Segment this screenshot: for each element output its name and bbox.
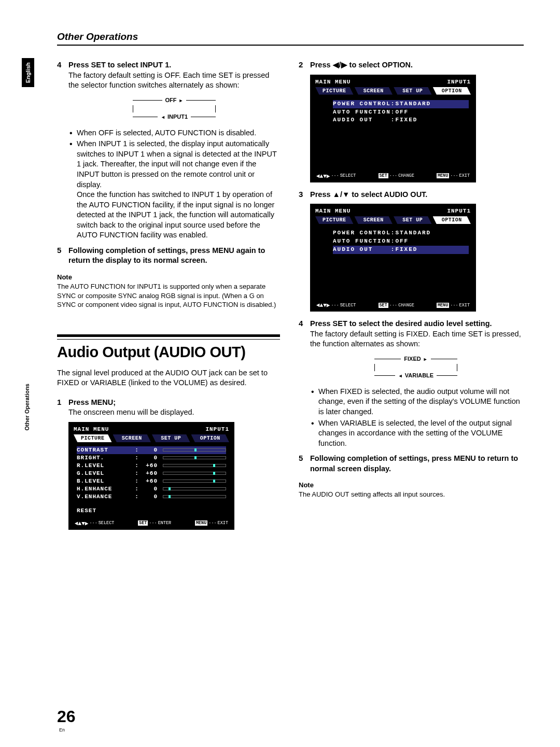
side-section-label: Other Operations [24, 384, 30, 430]
step-heading: Press ◀/▶ to select OPTION. [310, 61, 413, 69]
osd-body: POWER CONTROL:STANDARD AUTO FUNCTION:OFF… [315, 97, 471, 170]
osd-row-reset: RESET [77, 507, 226, 515]
note-heading: Note [299, 481, 522, 489]
osd-tab-option: OPTION [433, 216, 471, 224]
manual-page: English Other Operations Other Operation… [0, 0, 560, 747]
osd-row-power: POWER CONTROL:STANDARD [333, 100, 469, 108]
step-5r: 5 Following completion of settings, pres… [299, 454, 522, 474]
osd-foot-exit: MENU···EXIT [437, 302, 470, 308]
toggle-diagram-fixed-variable: FIXED VARIABLE [374, 355, 457, 380]
osd-tabs: PICTURE SCREEN SET UP OPTION [74, 434, 229, 442]
step-number: 1 [57, 398, 68, 418]
osd-row: H.ENHANCE:0 [77, 485, 226, 493]
step-number: 4 [299, 319, 310, 452]
osd-row-audioout: AUDIO OUT :FIXED [333, 116, 469, 124]
step-4: 4 Press SET to select INPUT 1. The facto… [57, 60, 280, 244]
osd-tabs: PICTURE SCREEN SET UP OPTION [315, 216, 471, 224]
osd-row: CONTRAST:0 [77, 446, 226, 454]
section-title: Other Operations [57, 31, 524, 45]
audio-out-title: Audio Output (AUDIO OUT) [57, 344, 280, 361]
osd-tab-screen: SCREEN [355, 216, 393, 224]
osd-title: MAIN MENU [315, 79, 351, 85]
toggle-label-top: OFF [162, 96, 187, 104]
osd-input-label: INPUT1 [447, 79, 471, 85]
step-number: 3 [299, 190, 310, 200]
step-heading: Press SET to select the desired audio le… [310, 319, 492, 328]
step-text: The onscreen menu will be displayed. [68, 408, 194, 416]
bullet-item: When OFF is selected, AUTO FUNCTION is d… [69, 128, 280, 138]
osd-tab-setup: SET UP [394, 87, 432, 95]
header-rule: Other Operations [57, 31, 524, 46]
osd-foot-exit: MENU···EXIT [437, 173, 470, 179]
osd-body: POWER CONTROL:STANDARD AUTO FUNCTION:OFF… [315, 226, 471, 299]
step-heading: Press ▲/▼ to select AUDIO OUT. [310, 190, 427, 199]
osd-body: CONTRAST:0BRIGHT.:0R.LEVEL:+60G.LEVEL:+6… [74, 444, 229, 517]
step-number: 2 [299, 60, 310, 71]
osd-tab-screen: SCREEN [355, 87, 393, 95]
step-2: 2 Press ◀/▶ to select OPTION. [299, 60, 522, 71]
osd-title: MAIN MENU [315, 208, 351, 214]
osd-tab-picture: PICTURE [74, 434, 112, 442]
step-heading: Press SET to select INPUT 1. [68, 61, 171, 69]
osd-foot-select: ◄▲▼▶···SELECT [316, 302, 356, 308]
step-text: The factory default setting is FIXED. Ea… [310, 330, 521, 348]
osd-tab-setup: SET UP [152, 434, 190, 442]
osd-tabs: PICTURE SCREEN SET UP OPTION [315, 87, 471, 95]
step-number: 4 [57, 60, 68, 244]
bullet-item: When FIXED is selected, the audio output… [311, 387, 522, 417]
page-number: 26 [57, 707, 76, 726]
osd-foot-change: SET···CHANGE [379, 302, 414, 308]
step-number: 5 [299, 454, 310, 474]
step-4r: 4 Press SET to select the desired audio … [299, 319, 522, 452]
note-heading: Note [57, 273, 280, 281]
osd-footer: ◄▲▼▶···SELECT SET···CHANGE MENU···EXIT [315, 302, 471, 308]
osd-tab-picture: PICTURE [315, 216, 354, 224]
osd-row-autofn: AUTO FUNCTION:OFF [333, 237, 469, 246]
osd-row: R.LEVEL:+60 [77, 462, 226, 470]
osd-foot-select: ◄▲▼▶···SELECT [75, 520, 114, 527]
step-5: 5 Following completion of settings, pres… [57, 246, 280, 266]
osd-footer: ◄▲▼▶···SELECT SET···ENTER MENU···EXIT [74, 520, 229, 527]
osd-tab-picture: PICTURE [315, 87, 354, 95]
osd-row: B.LEVEL:+60 [77, 477, 226, 485]
bullet-item: When VARIABLE is selected, the level of … [311, 418, 522, 449]
osd-row: G.LEVEL:+60 [77, 470, 226, 477]
toggle-label-bottom: VARIABLE [395, 372, 437, 379]
osd-row-autofn: AUTO FUNCTION:OFF [333, 108, 469, 117]
osd-foot-exit: MENU···EXIT [195, 520, 228, 527]
osd-tab-setup: SET UP [394, 216, 432, 224]
bullet-item: When INPUT 1 is selected, the display in… [69, 139, 280, 241]
osd-input-label: INPUT1 [447, 208, 471, 214]
osd-row-audioout: AUDIO OUT :FIXED [333, 246, 469, 254]
language-tab: English [22, 58, 34, 87]
audio-out-intro: The signal level produced at the AUDIO O… [57, 368, 280, 388]
step-3: 3 Press ▲/▼ to select AUDIO OUT. [299, 190, 522, 200]
osd-row-power: POWER CONTROL:STANDARD [333, 229, 469, 237]
left-column: 4 Press SET to select INPUT 1. The facto… [57, 60, 280, 537]
toggle-diagram-off-input: OFF INPUT1 [133, 96, 216, 122]
osd-row: BRIGHT.:0 [77, 454, 226, 462]
section-divider [57, 334, 280, 340]
right-column: 2 Press ◀/▶ to select OPTION. MAIN MENU … [299, 60, 522, 537]
osd-tab-option: OPTION [191, 434, 230, 442]
osd-row: V.ENHANCE:0 [77, 493, 226, 501]
note-body: The AUDIO OUT setting affects all input … [299, 490, 522, 499]
content-columns: 4 Press SET to select INPUT 1. The facto… [57, 60, 524, 537]
osd-foot-select: ◄▲▼▶···SELECT [316, 173, 356, 179]
osd-title: MAIN MENU [74, 426, 109, 432]
note-body: The AUTO FUNCTION for INPUT1 is supporte… [57, 282, 280, 309]
step-heading: Following completion of settings, press … [310, 454, 518, 473]
osd-menu-option-1: MAIN MENU INPUT1 PICTURE SCREEN SET UP O… [310, 75, 476, 182]
osd-tab-screen: SCREEN [113, 434, 151, 442]
osd-foot-change: SET···CHANGE [379, 173, 414, 179]
step-heading: Following completion of settings, press … [68, 246, 265, 265]
osd-input-label: INPUT1 [205, 426, 229, 432]
toggle-label-top: FIXED [401, 355, 430, 363]
osd-tab-option: OPTION [433, 87, 471, 95]
step-1: 1 Press MENU; The onscreen menu will be … [57, 398, 280, 418]
osd-footer: ◄▲▼▶···SELECT SET···CHANGE MENU···EXIT [315, 173, 471, 179]
step-number: 5 [57, 246, 68, 266]
page-number-lang: En [59, 727, 65, 732]
osd-foot-enter: SET···ENTER [138, 520, 171, 527]
osd-menu-option-2: MAIN MENU INPUT1 PICTURE SCREEN SET UP O… [310, 204, 476, 312]
